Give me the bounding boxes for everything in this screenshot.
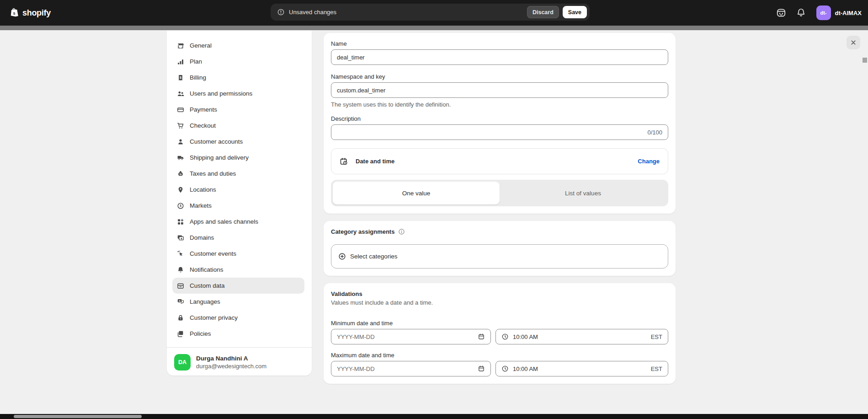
sidebar-item-notifications[interactable]: Notifications: [172, 262, 304, 278]
name-input[interactable]: [337, 54, 662, 61]
shopify-logo[interactable]: S shopify: [10, 8, 51, 18]
settings-sidebar: General Plan $ Billing Users and permiss…: [167, 31, 312, 376]
account-avatar: DA: [174, 354, 191, 371]
cursor-icon: [177, 250, 184, 258]
domains-icon: [177, 234, 184, 242]
user-name: dt-AIMAX: [835, 10, 862, 16]
sidebar-item-checkout[interactable]: Checkout: [172, 118, 304, 134]
description-char-counter: 0/100: [647, 129, 662, 136]
sidebar-item-users-and-permissions[interactable]: Users and permissions: [172, 86, 304, 102]
svg-text:%: %: [180, 172, 182, 175]
date-time-type-icon: [340, 157, 348, 166]
select-categories-label: Select categories: [350, 253, 398, 260]
truck-icon: [177, 154, 184, 161]
archive-icon: [177, 282, 184, 290]
sidebar-item-policies[interactable]: Policies: [172, 326, 304, 342]
svg-text:$: $: [180, 204, 181, 208]
save-button[interactable]: Save: [563, 6, 587, 18]
min-time-field-box[interactable]: 10:00 AM EST: [495, 329, 668, 344]
sidebar-item-taxes-and-duties[interactable]: % Taxes and duties: [172, 166, 304, 182]
sidebar-item-shipping-and-delivery[interactable]: Shipping and delivery: [172, 150, 304, 166]
sidebar-item-customer-privacy[interactable]: Customer privacy: [172, 310, 304, 326]
max-time-field-box[interactable]: 10:00 AM EST: [495, 361, 668, 376]
user-menu[interactable]: dt- dt-AIMAX: [816, 5, 862, 20]
clock-icon: [501, 365, 509, 372]
category-title-row: Category assignments: [331, 228, 668, 235]
shopify-settings-window: S shopify Unsaved changes Discard Save d…: [0, 0, 868, 419]
metafield-definition-form: Name Namespace and key The system uses t…: [324, 33, 676, 384]
account-name: Durga Nandhini A: [196, 355, 266, 362]
sidebar-item-customer-events[interactable]: Customer events: [172, 246, 304, 262]
plan-icon: [177, 58, 184, 65]
unsaved-changes-bar: Unsaved changes Discard Save: [271, 4, 590, 21]
validations-subtitle: Values must include a date and a time.: [331, 299, 668, 306]
sidebar-item-payments[interactable]: Payments: [172, 102, 304, 118]
category-assignments-card: Category assignments Select categories: [324, 221, 676, 276]
min-datetime-row: 10:00 AM EST: [331, 329, 668, 344]
max-timezone-suffix: EST: [651, 365, 662, 372]
validations-title: Validations: [331, 290, 668, 297]
content-type-label: Date and time: [356, 158, 638, 165]
content-type-row: Date and time Change: [331, 148, 668, 174]
horizontal-scrollbar-thumb[interactable]: [14, 415, 142, 418]
min-date-field-box: [331, 329, 491, 344]
select-categories-button[interactable]: Select categories: [331, 244, 668, 269]
notifications-bell-icon[interactable]: [796, 8, 806, 18]
calendar-icon[interactable]: [478, 333, 485, 340]
min-date-input[interactable]: [337, 333, 478, 340]
account-summary: DA Durga Nandhini A durga@wedesigntech.c…: [167, 348, 312, 371]
close-settings-button[interactable]: [847, 36, 860, 49]
max-time-value: 10:00 AM: [513, 365, 647, 372]
one-value-option[interactable]: One value: [333, 182, 500, 204]
sidebar-item-plan[interactable]: Plan: [172, 54, 304, 70]
sidebar-item-markets[interactable]: $ Markets: [172, 198, 304, 214]
namespace-label: Namespace and key: [331, 73, 668, 80]
definition-card: Name Namespace and key The system uses t…: [324, 33, 676, 214]
vertical-scrollbar-thumb[interactable]: [863, 58, 867, 63]
translate-icon: A: [177, 298, 184, 306]
sidebar-item-locations[interactable]: Locations: [172, 182, 304, 198]
discard-button[interactable]: Discard: [527, 6, 559, 18]
sidebar-item-languages[interactable]: A Languages: [172, 294, 304, 310]
max-date-input[interactable]: [337, 365, 478, 372]
user-avatar: dt-: [816, 5, 831, 20]
description-field-box: 0/100: [331, 124, 668, 140]
policies-icon: [177, 330, 184, 338]
top-divider-band: [0, 26, 868, 30]
change-type-link[interactable]: Change: [638, 158, 660, 165]
namespace-input[interactable]: [337, 87, 662, 94]
svg-text:S: S: [13, 11, 16, 16]
sidebar-item-custom-data[interactable]: Custom data: [172, 278, 304, 294]
max-datetime-label: Maximum date and time: [331, 352, 668, 359]
assistant-icon[interactable]: [776, 8, 786, 18]
horizontal-scrollbar-track: [0, 414, 868, 419]
sidebar-item-domains[interactable]: Domains: [172, 230, 304, 246]
cart-icon: [177, 122, 184, 129]
settings-modal: General Plan $ Billing Users and permiss…: [0, 30, 868, 419]
list-of-values-option[interactable]: List of values: [500, 182, 666, 204]
sidebar-item-customer-accounts[interactable]: Customer accounts: [172, 134, 304, 150]
lock-icon: [177, 314, 184, 322]
globe-icon: $: [177, 202, 184, 210]
clock-icon: [501, 333, 509, 340]
users-icon: [177, 90, 184, 97]
shopify-bag-icon: S: [10, 8, 19, 18]
calendar-icon[interactable]: [478, 365, 485, 372]
sidebar-item-general[interactable]: General: [172, 38, 304, 54]
brand-wordmark: shopify: [22, 8, 51, 18]
unsaved-changes-message: Unsaved changes: [289, 9, 527, 16]
category-assignments-title: Category assignments: [331, 228, 394, 235]
name-label: Name: [331, 40, 668, 47]
account-email: durga@wedesigntech.com: [196, 363, 266, 370]
namespace-help-text: The system uses this to identify the def…: [331, 101, 668, 108]
bell-icon: [177, 266, 184, 274]
info-icon[interactable]: [398, 228, 405, 235]
min-time-value: 10:00 AM: [513, 333, 647, 340]
settings-nav-list: General Plan $ Billing Users and permiss…: [167, 38, 312, 342]
namespace-field-box: [331, 82, 668, 98]
billing-icon: $: [177, 74, 184, 81]
sidebar-item-apps-and-sales-channels[interactable]: Apps and sales channels: [172, 214, 304, 230]
description-input[interactable]: [337, 129, 644, 136]
sidebar-item-billing[interactable]: $ Billing: [172, 70, 304, 86]
description-label: Description: [331, 115, 668, 122]
